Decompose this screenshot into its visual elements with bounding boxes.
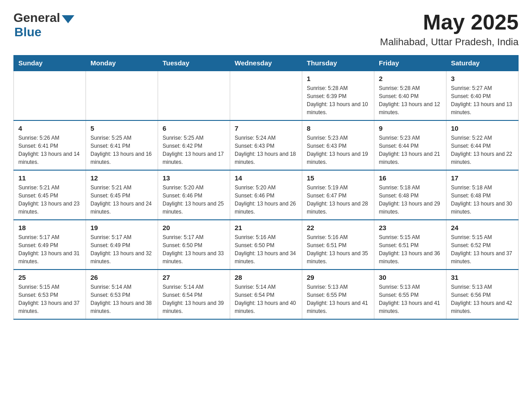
page-header: General Blue May 2025 Malihabad, Uttar P… <box>13 11 519 48</box>
day-number: 2 <box>379 75 442 82</box>
day-info-text: Sunrise: 5:20 AM Sunset: 6:46 PM Dayligh… <box>163 184 225 216</box>
calendar-day-header: Sunday <box>14 55 86 71</box>
day-number: 1 <box>307 75 369 82</box>
calendar-day-cell: 8Sunrise: 5:23 AM Sunset: 6:43 PM Daylig… <box>302 120 374 170</box>
day-info-text: Sunrise: 5:21 AM Sunset: 6:45 PM Dayligh… <box>18 184 81 216</box>
day-number: 29 <box>307 274 369 281</box>
day-info-text: Sunrise: 5:18 AM Sunset: 6:48 PM Dayligh… <box>451 184 514 216</box>
day-number: 5 <box>90 124 153 132</box>
day-info-text: Sunrise: 5:18 AM Sunset: 6:48 PM Dayligh… <box>379 184 442 216</box>
calendar-day-cell: 19Sunrise: 5:17 AM Sunset: 6:49 PM Dayli… <box>86 220 158 270</box>
calendar-day-cell <box>230 71 302 120</box>
title-section: May 2025 Malihabad, Uttar Pradesh, India <box>380 11 519 48</box>
calendar-day-cell: 13Sunrise: 5:20 AM Sunset: 6:46 PM Dayli… <box>158 170 230 220</box>
day-number: 10 <box>451 124 514 132</box>
calendar-day-cell: 15Sunrise: 5:19 AM Sunset: 6:47 PM Dayli… <box>302 170 374 220</box>
day-info-text: Sunrise: 5:15 AM Sunset: 6:52 PM Dayligh… <box>451 233 514 265</box>
day-number: 15 <box>307 174 369 182</box>
calendar-day-cell: 20Sunrise: 5:17 AM Sunset: 6:50 PM Dayli… <box>158 220 230 270</box>
day-number: 26 <box>90 274 153 281</box>
day-number: 9 <box>379 124 442 132</box>
calendar-week-row: 18Sunrise: 5:17 AM Sunset: 6:49 PM Dayli… <box>14 220 519 270</box>
calendar-day-cell: 29Sunrise: 5:13 AM Sunset: 6:55 PM Dayli… <box>302 270 374 319</box>
calendar-week-row: 4Sunrise: 5:26 AM Sunset: 6:41 PM Daylig… <box>14 120 519 170</box>
calendar-day-cell: 23Sunrise: 5:15 AM Sunset: 6:51 PM Dayli… <box>374 220 446 270</box>
calendar-day-cell: 6Sunrise: 5:25 AM Sunset: 6:42 PM Daylig… <box>158 120 230 170</box>
day-number: 3 <box>451 75 514 82</box>
logo-blue-text: Blue <box>14 25 42 39</box>
calendar-day-cell: 5Sunrise: 5:25 AM Sunset: 6:41 PM Daylig… <box>86 120 158 170</box>
location-subtitle: Malihabad, Uttar Pradesh, India <box>380 36 519 48</box>
calendar-day-cell: 3Sunrise: 5:27 AM Sunset: 6:40 PM Daylig… <box>446 71 519 120</box>
day-number: 14 <box>235 174 297 182</box>
day-info-text: Sunrise: 5:14 AM Sunset: 6:54 PM Dayligh… <box>163 283 225 315</box>
calendar-day-cell: 18Sunrise: 5:17 AM Sunset: 6:49 PM Dayli… <box>14 220 86 270</box>
day-info-text: Sunrise: 5:28 AM Sunset: 6:40 PM Dayligh… <box>379 84 442 116</box>
day-info-text: Sunrise: 5:14 AM Sunset: 6:54 PM Dayligh… <box>235 283 297 315</box>
logo-arrow-icon <box>62 15 74 23</box>
calendar-day-cell: 16Sunrise: 5:18 AM Sunset: 6:48 PM Dayli… <box>374 170 446 220</box>
calendar-day-cell: 17Sunrise: 5:18 AM Sunset: 6:48 PM Dayli… <box>446 170 519 220</box>
day-number: 22 <box>307 224 369 231</box>
day-number: 8 <box>307 124 369 132</box>
day-number: 11 <box>18 174 81 182</box>
calendar-day-cell <box>86 71 158 120</box>
day-number: 27 <box>163 274 225 281</box>
day-number: 13 <box>163 174 225 182</box>
day-number: 19 <box>90 224 153 231</box>
calendar-day-cell: 10Sunrise: 5:22 AM Sunset: 6:44 PM Dayli… <box>446 120 519 170</box>
calendar-day-cell: 24Sunrise: 5:15 AM Sunset: 6:52 PM Dayli… <box>446 220 519 270</box>
calendar-day-cell: 27Sunrise: 5:14 AM Sunset: 6:54 PM Dayli… <box>158 270 230 319</box>
calendar-day-header: Monday <box>86 55 158 71</box>
day-info-text: Sunrise: 5:22 AM Sunset: 6:44 PM Dayligh… <box>451 134 514 166</box>
day-number: 21 <box>235 224 297 231</box>
day-info-text: Sunrise: 5:15 AM Sunset: 6:51 PM Dayligh… <box>379 233 442 265</box>
day-info-text: Sunrise: 5:13 AM Sunset: 6:55 PM Dayligh… <box>379 283 442 315</box>
calendar-day-cell: 4Sunrise: 5:26 AM Sunset: 6:41 PM Daylig… <box>14 120 86 170</box>
day-number: 24 <box>451 224 514 231</box>
day-info-text: Sunrise: 5:16 AM Sunset: 6:51 PM Dayligh… <box>307 233 369 265</box>
calendar-day-cell: 28Sunrise: 5:14 AM Sunset: 6:54 PM Dayli… <box>230 270 302 319</box>
logo: General Blue <box>13 11 74 39</box>
calendar-day-cell <box>14 71 86 120</box>
day-number: 25 <box>18 274 81 281</box>
calendar-header-row: SundayMondayTuesdayWednesdayThursdayFrid… <box>14 55 519 71</box>
day-number: 20 <box>163 224 225 231</box>
day-number: 17 <box>451 174 514 182</box>
day-info-text: Sunrise: 5:26 AM Sunset: 6:41 PM Dayligh… <box>18 134 81 166</box>
calendar-day-header: Wednesday <box>230 55 302 71</box>
day-info-text: Sunrise: 5:23 AM Sunset: 6:43 PM Dayligh… <box>307 134 369 166</box>
calendar-day-cell: 7Sunrise: 5:24 AM Sunset: 6:43 PM Daylig… <box>230 120 302 170</box>
calendar-day-cell: 25Sunrise: 5:15 AM Sunset: 6:53 PM Dayli… <box>14 270 86 319</box>
calendar-day-header: Friday <box>374 55 446 71</box>
logo-general-text: General <box>13 11 60 25</box>
day-info-text: Sunrise: 5:13 AM Sunset: 6:55 PM Dayligh… <box>307 283 369 315</box>
day-number: 18 <box>18 224 81 231</box>
day-number: 12 <box>90 174 153 182</box>
day-number: 28 <box>235 274 297 281</box>
day-info-text: Sunrise: 5:23 AM Sunset: 6:44 PM Dayligh… <box>379 134 442 166</box>
day-info-text: Sunrise: 5:15 AM Sunset: 6:53 PM Dayligh… <box>18 283 81 315</box>
day-info-text: Sunrise: 5:25 AM Sunset: 6:41 PM Dayligh… <box>90 134 153 166</box>
calendar-day-cell: 31Sunrise: 5:13 AM Sunset: 6:56 PM Dayli… <box>446 270 519 319</box>
day-info-text: Sunrise: 5:14 AM Sunset: 6:53 PM Dayligh… <box>90 283 153 315</box>
calendar-day-cell: 26Sunrise: 5:14 AM Sunset: 6:53 PM Dayli… <box>86 270 158 319</box>
calendar-table: SundayMondayTuesdayWednesdayThursdayFrid… <box>13 55 519 320</box>
day-info-text: Sunrise: 5:17 AM Sunset: 6:49 PM Dayligh… <box>18 233 81 265</box>
day-number: 6 <box>163 124 225 132</box>
day-number: 16 <box>379 174 442 182</box>
calendar-day-cell: 9Sunrise: 5:23 AM Sunset: 6:44 PM Daylig… <box>374 120 446 170</box>
calendar-day-cell <box>158 71 230 120</box>
day-info-text: Sunrise: 5:17 AM Sunset: 6:49 PM Dayligh… <box>90 233 153 265</box>
day-number: 23 <box>379 224 442 231</box>
month-year-title: May 2025 <box>380 11 519 34</box>
calendar-day-cell: 30Sunrise: 5:13 AM Sunset: 6:55 PM Dayli… <box>374 270 446 319</box>
calendar-day-cell: 2Sunrise: 5:28 AM Sunset: 6:40 PM Daylig… <box>374 71 446 120</box>
calendar-day-header: Thursday <box>302 55 374 71</box>
day-info-text: Sunrise: 5:17 AM Sunset: 6:50 PM Dayligh… <box>163 233 225 265</box>
calendar-day-header: Saturday <box>446 55 519 71</box>
day-info-text: Sunrise: 5:25 AM Sunset: 6:42 PM Dayligh… <box>163 134 225 166</box>
calendar-week-row: 1Sunrise: 5:28 AM Sunset: 6:39 PM Daylig… <box>14 71 519 120</box>
calendar-day-header: Tuesday <box>158 55 230 71</box>
calendar-week-row: 11Sunrise: 5:21 AM Sunset: 6:45 PM Dayli… <box>14 170 519 220</box>
